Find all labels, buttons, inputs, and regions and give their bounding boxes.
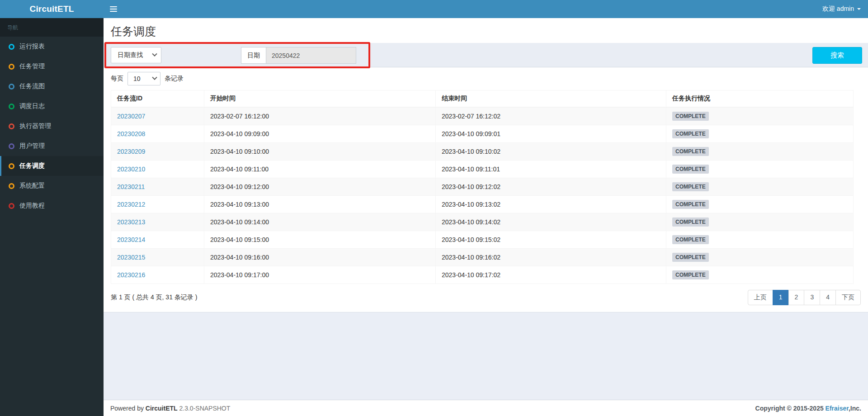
start-time-cell: 2023-04-10 09:10:00 — [204, 143, 436, 161]
footer: Powered by CircuitETL 2.3.0-SNAPSHOT Cop… — [104, 400, 868, 416]
company-link[interactable]: Efraiser — [826, 405, 849, 412]
page-size-select[interactable]: 10 — [127, 72, 160, 85]
next-page-button[interactable]: 下页 — [835, 290, 861, 305]
start-time-cell: 2023-04-10 09:14:00 — [204, 213, 436, 231]
page-size-row: 每页 10 条记录 — [104, 67, 868, 90]
status-cell: COMPLETE — [666, 231, 854, 249]
start-time-cell: 2023-04-10 09:15:00 — [204, 231, 436, 249]
sidebar-item-label: 系统配置 — [19, 182, 45, 190]
footer-version: 2.3.0-SNAPSHOT — [179, 405, 231, 412]
status-badge: COMPLETE — [672, 112, 709, 121]
sidebar-item-label: 用户管理 — [19, 142, 45, 150]
search-type-value: 日期查找 — [118, 51, 143, 59]
hamburger-icon — [110, 6, 117, 12]
search-button[interactable]: 搜索 — [812, 47, 862, 64]
end-time-cell: 2023-04-10 09:13:02 — [436, 196, 666, 213]
user-menu[interactable]: 欢迎 admin — [815, 0, 868, 18]
sidebar-item-使用教程[interactable]: 使用教程 — [0, 196, 104, 216]
page-button-1[interactable]: 1 — [773, 290, 789, 305]
task-flow-id-cell: 20230209 — [111, 143, 204, 161]
table-row: 202302142023-04-10 09:15:002023-04-10 09… — [111, 231, 854, 249]
start-time-cell: 2023-04-10 09:11:00 — [204, 161, 436, 178]
sidebar: 导航 运行报表任务管理任务流图调度日志执行器管理用户管理任务调度系统配置使用教程 — [0, 18, 104, 416]
page-title: 任务调度 — [104, 18, 868, 43]
sidebar-item-任务流图[interactable]: 任务流图 — [0, 76, 104, 96]
end-time-cell: 2023-04-10 09:09:01 — [436, 125, 666, 143]
task-schedule-table: 任务流ID 开始时间 结束时间 任务执行情况 202302072023-02-0… — [111, 90, 854, 284]
circle-icon — [9, 143, 14, 149]
start-time-cell: 2023-04-10 09:13:00 — [204, 196, 436, 213]
task-flow-id-link[interactable]: 20230209 — [117, 148, 145, 155]
status-cell: COMPLETE — [666, 266, 854, 284]
status-cell: COMPLETE — [666, 249, 854, 266]
sidebar-item-任务调度[interactable]: 任务调度 — [0, 156, 104, 176]
start-time-cell: 2023-04-10 09:09:00 — [204, 125, 436, 143]
date-input[interactable] — [266, 47, 356, 64]
table-row: 202302162023-04-10 09:17:002023-04-10 09… — [111, 266, 854, 284]
task-flow-id-link[interactable]: 20230216 — [117, 271, 145, 279]
sidebar-item-label: 使用教程 — [19, 202, 45, 210]
end-time-cell: 2023-04-10 09:17:02 — [436, 266, 666, 284]
pagination-info: 第 1 页 ( 总共 4 页, 31 条记录 ) — [111, 293, 197, 302]
sidebar-toggle-button[interactable] — [104, 0, 123, 18]
column-header-end-time: 结束时间 — [436, 90, 666, 108]
status-badge: COMPLETE — [672, 147, 709, 156]
sidebar-section-header: 导航 — [0, 18, 104, 37]
task-flow-id-link[interactable]: 20230211 — [117, 183, 145, 190]
start-time-cell: 2023-02-07 16:12:00 — [204, 107, 436, 125]
task-flow-id-link[interactable]: 20230210 — [117, 165, 145, 173]
status-badge: COMPLETE — [672, 182, 709, 191]
column-header-start-time: 开始时间 — [204, 90, 436, 108]
status-cell: COMPLETE — [666, 178, 854, 196]
page-button-4[interactable]: 4 — [820, 290, 836, 305]
page-button-3[interactable]: 3 — [804, 290, 820, 305]
sidebar-menu: 运行报表任务管理任务流图调度日志执行器管理用户管理任务调度系统配置使用教程 — [0, 37, 104, 216]
page-size-suffix-label: 条记录 — [165, 75, 184, 83]
status-cell: COMPLETE — [666, 213, 854, 231]
task-flow-id-cell: 20230214 — [111, 231, 204, 249]
table-row: 202302122023-04-10 09:13:002023-04-10 09… — [111, 196, 854, 213]
date-label: 日期 — [241, 47, 266, 64]
task-flow-id-cell: 20230211 — [111, 178, 204, 196]
page-button-2[interactable]: 2 — [788, 290, 805, 305]
status-badge: COMPLETE — [672, 217, 709, 227]
sidebar-item-label: 运行报表 — [19, 43, 45, 51]
task-flow-id-link[interactable]: 20230208 — [117, 130, 145, 137]
column-header-task-flow-id: 任务流ID — [111, 90, 204, 108]
status-badge: COMPLETE — [672, 235, 709, 244]
search-type-select[interactable]: 日期查找 — [111, 47, 161, 63]
sidebar-item-任务管理[interactable]: 任务管理 — [0, 57, 104, 76]
table-row: 202302112023-04-10 09:12:002023-04-10 09… — [111, 178, 854, 196]
sidebar-item-调度日志[interactable]: 调度日志 — [0, 96, 104, 116]
sidebar-item-label: 执行器管理 — [19, 122, 51, 130]
sidebar-item-系统配置[interactable]: 系统配置 — [0, 176, 104, 196]
task-flow-id-link[interactable]: 20230215 — [117, 254, 145, 261]
sidebar-item-label: 任务管理 — [19, 62, 45, 71]
circle-icon — [9, 104, 14, 109]
top-bar: CircuitETL 欢迎 admin — [0, 0, 868, 18]
task-flow-id-link[interactable]: 20230214 — [117, 236, 145, 243]
app-logo: CircuitETL — [0, 0, 104, 18]
task-flow-id-link[interactable]: 20230213 — [117, 218, 145, 226]
status-cell: COMPLETE — [666, 125, 854, 143]
status-badge: COMPLETE — [672, 253, 709, 262]
chevron-down-icon — [152, 75, 157, 80]
circle-icon — [9, 123, 14, 129]
end-time-cell: 2023-04-10 09:16:02 — [436, 249, 666, 266]
task-flow-id-link[interactable]: 20230207 — [117, 113, 145, 120]
page-size-value: 10 — [133, 75, 141, 82]
sidebar-item-用户管理[interactable]: 用户管理 — [0, 136, 104, 156]
task-flow-id-cell: 20230210 — [111, 161, 204, 178]
task-flow-id-link[interactable]: 20230212 — [117, 201, 145, 208]
sidebar-item-运行报表[interactable]: 运行报表 — [0, 37, 104, 57]
task-flow-id-cell: 20230212 — [111, 196, 204, 213]
table-row: 202302152023-04-10 09:16:002023-04-10 09… — [111, 249, 854, 266]
navbar: 欢迎 admin — [104, 0, 868, 18]
circle-icon — [9, 44, 14, 50]
start-time-cell: 2023-04-10 09:17:00 — [204, 266, 436, 284]
prev-page-button[interactable]: 上页 — [748, 290, 773, 305]
table-row: 202302092023-04-10 09:10:002023-04-10 09… — [111, 143, 854, 161]
chevron-down-icon — [152, 51, 157, 56]
sidebar-item-执行器管理[interactable]: 执行器管理 — [0, 116, 104, 136]
footer-powered-by: Powered by CircuitETL 2.3.0-SNAPSHOT — [110, 405, 230, 412]
